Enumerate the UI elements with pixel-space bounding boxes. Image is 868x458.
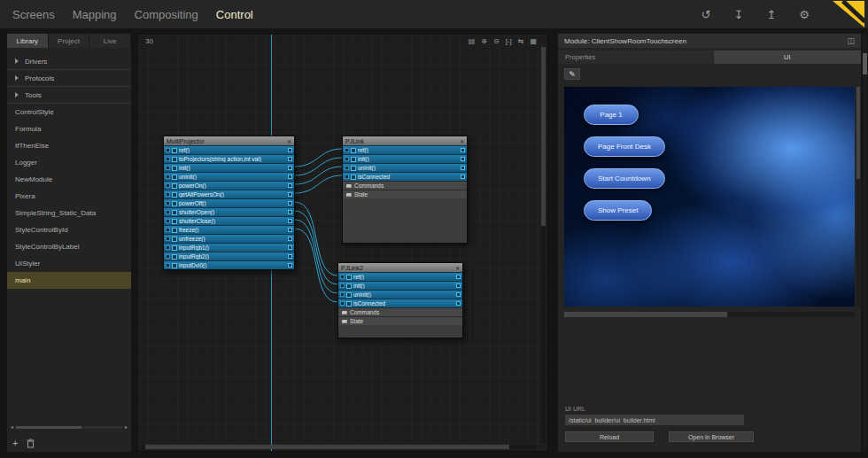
scroll-track[interactable] bbox=[16, 426, 122, 429]
preview-button-start-countdown[interactable]: Start Countdown bbox=[584, 168, 665, 189]
preview-button-page-1[interactable]: Page 1 bbox=[584, 105, 639, 125]
library-item-main[interactable]: main bbox=[7, 272, 131, 289]
port-checkbox[interactable] bbox=[166, 166, 170, 170]
scroll-left-icon[interactable]: ◄ bbox=[10, 424, 14, 430]
port-checkbox[interactable] bbox=[166, 183, 170, 188]
close-icon[interactable]: ✕ bbox=[287, 138, 291, 144]
preview-button-show-preset[interactable]: Show Preset bbox=[584, 200, 652, 221]
port-connector[interactable] bbox=[288, 183, 292, 188]
port-connector[interactable] bbox=[288, 228, 292, 232]
preview-button-page-front-desk[interactable]: Page Front Desk bbox=[584, 136, 665, 157]
ui-url-input[interactable] bbox=[565, 415, 744, 425]
node-port-row[interactable]: powerOff() bbox=[164, 198, 294, 207]
reload-button[interactable]: Reload bbox=[565, 431, 654, 442]
port-connector[interactable] bbox=[288, 263, 292, 268]
port-checkbox[interactable] bbox=[340, 275, 345, 279]
sidebar-scrollbar[interactable]: ◄ ► bbox=[10, 423, 128, 431]
port-connector[interactable] bbox=[288, 201, 292, 206]
node-folder-row[interactable]: Commands bbox=[338, 307, 462, 316]
port-checkbox[interactable] bbox=[166, 219, 170, 223]
delete-trash-icon[interactable] bbox=[27, 439, 35, 448]
scroll-thumb[interactable] bbox=[16, 426, 81, 429]
node-header[interactable]: PJLink ✕ bbox=[343, 136, 467, 145]
node-port-row[interactable]: ref() bbox=[343, 145, 467, 154]
library-item-controlstyle[interactable]: ControlStyle bbox=[7, 104, 131, 120]
port-connector[interactable] bbox=[288, 254, 292, 259]
port-checkbox[interactable] bbox=[166, 201, 170, 206]
add-module-button[interactable]: + bbox=[12, 439, 18, 447]
node-port-row[interactable]: powerOn() bbox=[164, 181, 294, 190]
node-port-row[interactable]: toProjectors(string action,int val) bbox=[164, 154, 294, 163]
port-connector[interactable] bbox=[456, 283, 461, 288]
menu-screens[interactable]: Screens bbox=[12, 8, 55, 21]
port-connector[interactable] bbox=[288, 219, 292, 223]
library-item-newmodule[interactable]: NewModule bbox=[7, 171, 131, 188]
tab-live[interactable]: Live bbox=[89, 34, 131, 48]
node-port-row[interactable]: init() bbox=[343, 154, 467, 163]
library-item-uistyler[interactable]: UIStyler bbox=[7, 255, 131, 272]
port-connector[interactable] bbox=[288, 210, 292, 214]
node-port-row[interactable]: inputRgb2() bbox=[164, 252, 294, 260]
node-port-row[interactable]: freeze() bbox=[164, 225, 294, 234]
port-connector[interactable] bbox=[288, 192, 292, 197]
node-canvas[interactable]: 30 ▤⊕⊖[-]⇆▦ MultiProjector ✕ ref()toProj… bbox=[137, 34, 548, 452]
library-item-logger[interactable]: Logger bbox=[7, 154, 131, 171]
close-icon[interactable]: ✕ bbox=[455, 265, 460, 271]
port-connector[interactable] bbox=[288, 245, 292, 250]
tab-library[interactable]: Library bbox=[7, 34, 49, 48]
node-port-row[interactable]: uninit() bbox=[164, 172, 294, 181]
library-item-stylecontrolbylabel[interactable]: StyleControlByLabel bbox=[7, 238, 131, 255]
port-connector[interactable] bbox=[456, 292, 461, 297]
ui-preview[interactable]: Page 1Page Front DeskStart CountdownShow… bbox=[564, 87, 855, 307]
port-connector[interactable] bbox=[461, 166, 465, 170]
port-connector[interactable] bbox=[461, 175, 465, 179]
port-connector[interactable] bbox=[288, 148, 292, 152]
tab-properties[interactable]: Properties bbox=[558, 50, 713, 64]
port-checkbox[interactable] bbox=[166, 210, 170, 214]
panel-layout-icon[interactable]: ◫ bbox=[847, 36, 855, 45]
node-folder-row[interactable]: State bbox=[343, 190, 467, 198]
node-header[interactable]: MultiProjector ✕ bbox=[164, 136, 294, 145]
node-port-row[interactable]: init() bbox=[164, 163, 294, 172]
node-port-row[interactable]: shutterClose() bbox=[164, 216, 294, 225]
preview-vertical-scrollbar[interactable] bbox=[856, 87, 860, 307]
download-icon[interactable]: ↧ bbox=[734, 8, 744, 21]
node-port-row[interactable]: uninit() bbox=[343, 163, 467, 172]
port-connector[interactable] bbox=[288, 175, 292, 179]
node-folder-row[interactable]: Commands bbox=[343, 181, 467, 190]
node-port-row[interactable]: init() bbox=[338, 281, 462, 290]
node-pjlink[interactable]: PJLink ✕ ref()init()uninit()isConnectedC… bbox=[342, 136, 468, 244]
port-connector[interactable] bbox=[288, 166, 292, 170]
open-in-browser-button[interactable]: Open in Browser bbox=[669, 431, 754, 442]
node-port-row[interactable]: isConnected bbox=[338, 299, 462, 307]
port-checkbox[interactable] bbox=[345, 175, 349, 179]
close-icon[interactable]: ✕ bbox=[460, 138, 464, 144]
node-pjlink2[interactable]: PJLink2 ✕ ref()init()uninit()isConnected… bbox=[337, 262, 463, 338]
port-connector[interactable] bbox=[456, 301, 461, 306]
port-checkbox[interactable] bbox=[166, 237, 170, 241]
node-port-row[interactable]: ref() bbox=[164, 145, 294, 154]
library-item-formula[interactable]: Formula bbox=[7, 120, 131, 137]
upload-icon[interactable]: ↥ bbox=[766, 8, 776, 21]
port-checkbox[interactable] bbox=[166, 263, 170, 268]
menu-control[interactable]: Control bbox=[216, 8, 253, 21]
tab-ui[interactable]: UI bbox=[714, 50, 862, 64]
port-checkbox[interactable] bbox=[166, 157, 170, 161]
node-port-row[interactable]: getAllPowersOn() bbox=[164, 190, 294, 198]
port-checkbox[interactable] bbox=[166, 228, 170, 232]
port-checkbox[interactable] bbox=[166, 192, 170, 197]
node-port-row[interactable]: ref() bbox=[338, 272, 462, 281]
settings-gear-icon[interactable]: ⚙ bbox=[799, 8, 810, 21]
menu-mapping[interactable]: Mapping bbox=[73, 8, 117, 21]
node-port-row[interactable]: inputRgb1() bbox=[164, 243, 294, 252]
port-connector[interactable] bbox=[461, 157, 465, 161]
library-item-ifthenelse[interactable]: IfThenElse bbox=[7, 137, 131, 154]
port-checkbox[interactable] bbox=[166, 254, 170, 259]
node-port-row[interactable]: unfreeze() bbox=[164, 234, 294, 243]
library-group-drivers[interactable]: Drivers bbox=[7, 53, 131, 70]
node-port-row[interactable]: shutterOpen() bbox=[164, 207, 294, 216]
port-connector[interactable] bbox=[288, 237, 292, 241]
library-group-tools[interactable]: Tools bbox=[7, 87, 131, 104]
scroll-thumb[interactable] bbox=[863, 53, 867, 74]
port-connector[interactable] bbox=[456, 275, 461, 279]
